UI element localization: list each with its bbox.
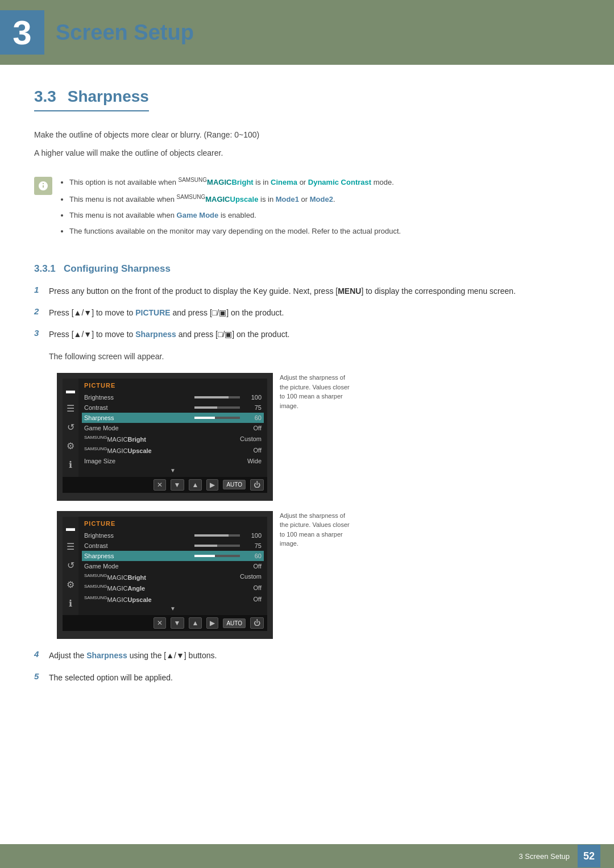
row-brightness-1: Brightness 100 bbox=[84, 392, 262, 402]
step-3: 3 Press [▲/▼] to move to Sharpness and p… bbox=[34, 328, 580, 340]
main-content: 3.3 Sharpness Make the outline of object… bbox=[0, 88, 614, 738]
section-heading: 3.3 Sharpness bbox=[34, 88, 580, 128]
step-text-4: Adjust the Sharpness using the [▲/▼] but… bbox=[49, 649, 580, 662]
step-2: 2 Press [▲/▼] to move to PICTURE and pre… bbox=[34, 306, 580, 319]
section-number: 3.3 bbox=[34, 88, 56, 105]
ctrl-enter-2[interactable]: ▶ bbox=[206, 617, 218, 629]
row-gamemode-1: Game Mode Off bbox=[84, 423, 262, 433]
row-sharpness-2: Sharpness 60 bbox=[82, 551, 264, 561]
monitor-screen-2: ▬ ☰ ↺ ⚙ ℹ PICTURE Brightness 100 Contras… bbox=[57, 511, 273, 639]
note-list: This option is not available when SAMSUN… bbox=[60, 176, 580, 242]
row-contrast-2: Contrast 75 bbox=[84, 541, 262, 551]
description-2: A higher value will make the outline of … bbox=[34, 147, 580, 159]
step-number-3: 3 bbox=[34, 328, 49, 338]
ctrl-power-1[interactable]: ⏻ bbox=[250, 479, 264, 491]
menu-icon-bar-2: ▬ ☰ ↺ ⚙ ℹ bbox=[63, 517, 78, 616]
note-item-4: The functions available on the monitor m… bbox=[69, 226, 580, 238]
row-contrast-1: Contrast 75 bbox=[84, 402, 262, 413]
step-text-5: The selected option will be applied. bbox=[49, 671, 580, 684]
page-number: 52 bbox=[578, 845, 600, 867]
row-imagesize-1: Image Size Wide bbox=[84, 456, 262, 466]
icon-info: ℹ bbox=[65, 458, 76, 472]
step-1: 1 Press any button on the front of the p… bbox=[34, 285, 580, 297]
picture-title-2: PICTURE bbox=[84, 520, 262, 527]
section-title: Sharpness bbox=[68, 88, 149, 105]
picture-panel-1: PICTURE Brightness 100 Contrast 75 Sharp… bbox=[78, 379, 267, 476]
ctrl-down-2[interactable]: ▼ bbox=[171, 617, 184, 629]
footer-text: 3 Screen Setup bbox=[518, 852, 570, 861]
step-number-2: 2 bbox=[34, 306, 49, 316]
step-text-1: Press any button on the front of the pro… bbox=[49, 285, 580, 297]
step-number-5: 5 bbox=[34, 671, 49, 681]
step-4: 4 Adjust the Sharpness using the [▲/▼] b… bbox=[34, 649, 580, 662]
page-header: 3 Screen Setup bbox=[0, 0, 614, 65]
down-arrow-1: ▼ bbox=[84, 467, 262, 474]
ctrl-auto-2[interactable]: AUTO bbox=[223, 618, 246, 628]
down-arrow-2: ▼ bbox=[84, 605, 262, 612]
icon-menu-2: ☰ bbox=[65, 540, 76, 554]
menu-icon-bar-1: ▬ ☰ ↺ ⚙ ℹ bbox=[63, 379, 78, 476]
note-box: This option is not available when SAMSUN… bbox=[34, 170, 580, 247]
monitor-screenshot-1: ▬ ☰ ↺ ⚙ ℹ PICTURE Brightness 100 bbox=[57, 373, 580, 500]
picture-title-1: PICTURE bbox=[84, 382, 262, 389]
screen-note: The following screen will appear. bbox=[49, 350, 580, 363]
side-note-1: Adjust the sharpness of the picture. Val… bbox=[280, 373, 354, 410]
chapter-title: Screen Setup bbox=[56, 20, 194, 45]
step-text-2: Press [▲/▼] to move to PICTURE and press… bbox=[49, 306, 580, 319]
ctrl-x-1[interactable]: ✕ bbox=[154, 479, 166, 491]
row-sharpness-1: Sharpness 60 bbox=[82, 413, 264, 423]
step-text-3: Press [▲/▼] to move to Sharpness and pre… bbox=[49, 328, 580, 340]
ctrl-up-1[interactable]: ▲ bbox=[189, 479, 202, 491]
icon-display: ▬ bbox=[65, 384, 76, 397]
row-brightness-2: Brightness 100 bbox=[84, 530, 262, 541]
icon-display-2: ▬ bbox=[65, 521, 76, 535]
row-magicupscale-2: SAMSUNGMAGICUpscale Off bbox=[84, 593, 262, 605]
picture-panel-2: PICTURE Brightness 100 Contrast 75 Sharp… bbox=[78, 517, 267, 616]
ctrl-up-2[interactable]: ▲ bbox=[189, 617, 202, 629]
chapter-number-box: 3 bbox=[0, 10, 44, 55]
ctrl-down-1[interactable]: ▼ bbox=[171, 479, 184, 491]
icon-gear-2: ⚙ bbox=[65, 578, 76, 592]
ctrl-power-2[interactable]: ⏻ bbox=[250, 617, 264, 629]
note-item-3: This menu is not available when Game Mod… bbox=[69, 210, 580, 222]
row-magicupscale-1: SAMSUNGMAGICUpscale Off bbox=[84, 445, 262, 456]
step-number-4: 4 bbox=[34, 649, 49, 659]
row-magicbright-1: SAMSUNGMAGICBright Custom bbox=[84, 433, 262, 445]
row-magicangle-2: SAMSUNGMAGICAngle Off bbox=[84, 582, 262, 593]
chapter-number: 3 bbox=[13, 13, 31, 52]
icon-info-2: ℹ bbox=[65, 597, 76, 610]
monitor-screen-1: ▬ ☰ ↺ ⚙ ℹ PICTURE Brightness 100 bbox=[57, 373, 273, 500]
description-1: Make the outline of objects more clear o… bbox=[34, 128, 580, 141]
icon-gear: ⚙ bbox=[65, 439, 76, 453]
ctrl-x-2[interactable]: ✕ bbox=[154, 617, 166, 629]
ctrl-auto-1[interactable]: AUTO bbox=[223, 480, 246, 489]
row-gamemode-2: Game Mode Off bbox=[84, 561, 262, 571]
subsection-heading: 3.3.1 Configuring Sharpness bbox=[34, 263, 580, 275]
monitor-screenshot-2: ▬ ☰ ↺ ⚙ ℹ PICTURE Brightness 100 Contras… bbox=[57, 511, 580, 639]
bottom-controls-1: ✕ ▼ ▲ ▶ AUTO ⏻ bbox=[63, 477, 267, 493]
page-footer: 3 Screen Setup 52 bbox=[0, 844, 614, 868]
note-item-2: This menu is not available when SAMSUNGM… bbox=[69, 193, 580, 206]
icon-menu: ☰ bbox=[65, 402, 76, 416]
step-number-1: 1 bbox=[34, 285, 49, 294]
row-magicbright-2: SAMSUNGMAGICBright Custom bbox=[84, 571, 262, 583]
subsection-number: 3.3.1 bbox=[34, 263, 56, 274]
ctrl-enter-1[interactable]: ▶ bbox=[206, 479, 218, 491]
icon-settings-2: ↺ bbox=[65, 559, 76, 572]
step-5: 5 The selected option will be applied. bbox=[34, 671, 580, 684]
note-item-1: This option is not available when SAMSUN… bbox=[69, 176, 580, 189]
bottom-controls-2: ✕ ▼ ▲ ▶ AUTO ⏻ bbox=[63, 615, 267, 631]
note-icon bbox=[34, 177, 52, 195]
subsection-title: Configuring Sharpness bbox=[64, 263, 171, 274]
side-note-2: Adjust the sharpness of the picture. Val… bbox=[280, 511, 354, 549]
icon-settings: ↺ bbox=[65, 421, 76, 434]
